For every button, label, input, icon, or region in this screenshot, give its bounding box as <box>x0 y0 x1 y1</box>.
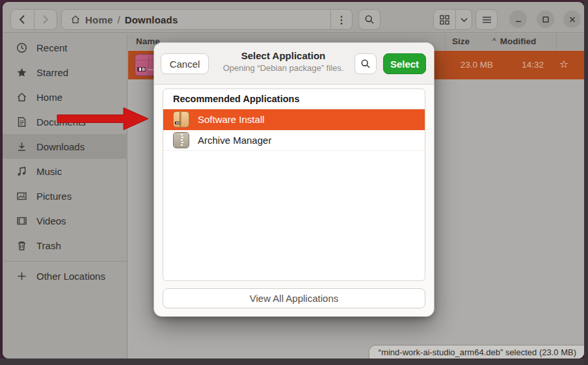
app-row-software-install[interactable]: Software Install <box>163 109 425 130</box>
sidebar-item-recent[interactable]: Recent <box>3 35 127 60</box>
desktop-bottom-strip <box>0 358 588 365</box>
select-application-dialog: Cancel Select Application Opening “Debia… <box>154 43 434 316</box>
close-button[interactable] <box>563 10 581 28</box>
breadcrumb-separator: / <box>117 14 120 25</box>
forward-button[interactable] <box>34 10 57 29</box>
view-toggle-group <box>433 9 472 30</box>
sidebar-item-label: Starred <box>36 67 68 78</box>
search-button[interactable] <box>358 9 381 30</box>
sidebar-item-other-locations[interactable]: Other Locations <box>3 264 127 288</box>
search-icon <box>360 59 371 69</box>
sidebar-item-label: Downloads <box>36 141 85 152</box>
application-list: Recommended Applications Software Instal… <box>163 88 425 281</box>
archive-manager-icon <box>173 132 189 148</box>
video-icon <box>16 215 27 226</box>
column-divider <box>445 34 446 50</box>
sidebar-item-label: Trash <box>36 240 61 251</box>
close-icon <box>569 16 576 23</box>
maximize-button[interactable] <box>537 10 554 28</box>
sidebar-item-starred[interactable]: Starred <box>3 60 127 85</box>
sidebar-item-label: Other Locations <box>36 271 105 282</box>
trash-icon <box>16 240 27 251</box>
main-menu-button[interactable] <box>475 9 498 30</box>
view-all-applications-button[interactable]: View All Applications <box>163 288 425 308</box>
grid-view-button[interactable] <box>434 10 455 29</box>
home-icon <box>16 92 27 103</box>
dialog-title: Select Application <box>216 50 351 61</box>
statusbar: “mind-work-ai-studio_arm64.deb” selected… <box>369 345 584 358</box>
select-button[interactable]: Select <box>383 53 426 74</box>
statusbar-text: “mind-work-ai-studio_arm64.deb” selected… <box>379 347 576 357</box>
section-title: Recommended Applications <box>163 89 425 109</box>
sidebar-item-videos[interactable]: Videos <box>3 208 127 233</box>
dialog-header: Cancel Select Application Opening “Debia… <box>154 43 434 85</box>
software-install-icon <box>173 111 189 128</box>
search-icon <box>364 14 375 25</box>
breadcrumb-path: Home / Downloads <box>62 14 330 25</box>
desktop: Home / Downloads ⋮ <box>0 0 588 365</box>
sidebar-item-trash[interactable]: Trash <box>3 233 127 258</box>
file-modified: 14:32 <box>522 60 544 70</box>
view-options-dropdown[interactable] <box>455 10 472 29</box>
sidebar-item-label: Videos <box>36 215 66 226</box>
chevron-right-icon <box>42 15 49 24</box>
sidebar-item-pictures[interactable]: Pictures <box>3 183 127 208</box>
file-size: 23.0 MB <box>461 60 493 70</box>
back-button[interactable] <box>11 10 34 29</box>
breadcrumb[interactable]: Home / Downloads ⋮ <box>61 9 353 30</box>
minimize-icon <box>515 16 522 23</box>
sidebar-item-label: Documents <box>36 116 86 128</box>
minimize-button[interactable] <box>509 10 527 28</box>
app-name: Software Install <box>198 114 265 125</box>
hamburger-menu-icon <box>482 16 492 23</box>
breadcrumb-current[interactable]: Downloads <box>125 14 178 25</box>
dialog-search-button[interactable] <box>354 53 377 74</box>
dialog-titles: Select Application Opening “Debian packa… <box>216 50 351 73</box>
app-row-archive-manager[interactable]: Archive Manager <box>163 130 425 151</box>
cancel-button[interactable]: Cancel <box>161 53 209 74</box>
star-icon <box>16 67 27 78</box>
plus-icon <box>16 271 27 282</box>
nav-button-group <box>10 9 57 30</box>
sidebar-item-documents[interactable]: Documents <box>3 109 127 134</box>
music-icon <box>16 166 27 177</box>
column-header-modified[interactable]: ^ Modified <box>492 36 536 46</box>
dialog-subtitle: Opening “Debian package” files. <box>216 63 351 73</box>
sidebar-item-music[interactable]: Music <box>3 159 127 183</box>
sort-indicator-icon: ^ <box>492 36 496 46</box>
column-header-size[interactable]: Size <box>452 36 470 46</box>
headerbar: Home / Downloads ⋮ <box>3 2 584 33</box>
deb-package-icon <box>135 54 157 76</box>
sidebar-item-home[interactable]: Home <box>3 85 127 109</box>
maximize-icon <box>542 16 549 23</box>
path-menu-button[interactable]: ⋮ <box>330 10 352 29</box>
picture-icon <box>16 191 27 202</box>
document-icon <box>16 116 27 128</box>
sidebar-separator <box>3 261 127 262</box>
app-name: Archive Manager <box>198 135 271 146</box>
sidebar-item-label: Pictures <box>36 191 72 202</box>
kebab-icon: ⋮ <box>336 14 347 26</box>
breadcrumb-home[interactable]: Home <box>85 14 113 25</box>
column-divider <box>556 34 557 50</box>
chevron-down-icon <box>461 18 468 22</box>
star-outline-icon[interactable]: ☆ <box>559 58 568 70</box>
sidebar-item-label: Music <box>36 166 62 177</box>
sidebar: Recent Starred Home Documents Downloads <box>3 34 127 358</box>
desktop-right-strip <box>584 0 588 365</box>
chevron-left-icon <box>19 15 25 24</box>
recent-icon <box>16 42 27 53</box>
download-icon <box>16 141 27 152</box>
sidebar-item-label: Recent <box>36 42 68 53</box>
grid-view-icon <box>440 15 449 25</box>
sidebar-item-label: Home <box>36 92 62 103</box>
home-icon <box>70 14 81 25</box>
sidebar-item-downloads[interactable]: Downloads <box>3 134 127 159</box>
